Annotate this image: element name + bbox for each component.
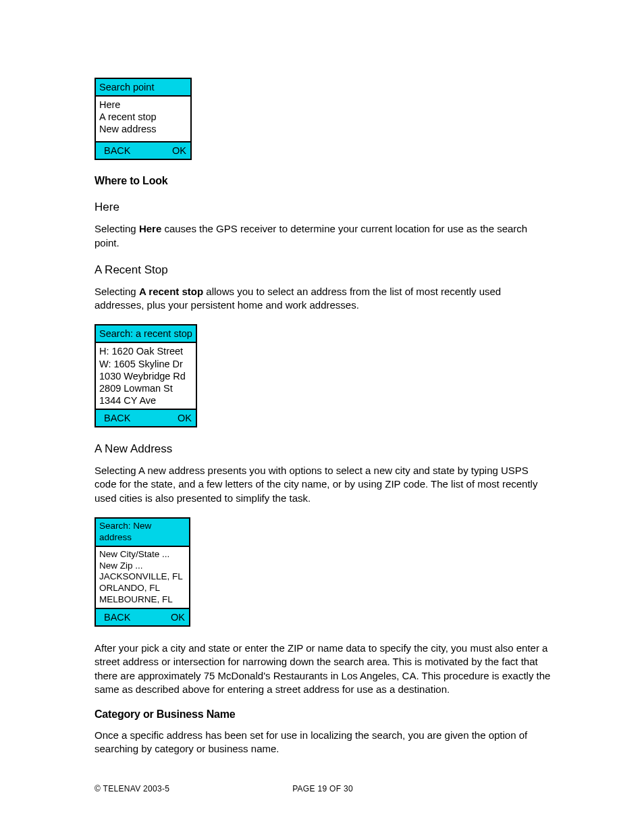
screen-title: Search: a recent stop [96, 325, 196, 343]
list-item[interactable]: New address [99, 123, 187, 135]
text-bold: Here [139, 223, 161, 234]
back-button[interactable]: BACK [104, 145, 131, 157]
ok-button[interactable]: OK [171, 611, 185, 623]
screen-body: New City/State ... New Zip ... JACKSONVI… [96, 547, 189, 608]
heading-category: Category or Business Name [95, 708, 551, 721]
list-item[interactable]: 1344 CY Ave [99, 394, 192, 407]
list-item[interactable]: New City/State ... [99, 549, 186, 561]
text-bold: A recent stop [139, 286, 203, 297]
paragraph: Selecting A recent stop allows you to se… [95, 285, 551, 313]
heading-where-to-look: Where to Look [95, 175, 551, 187]
ok-button[interactable]: OK [178, 412, 192, 424]
screen-title: Search point [96, 79, 190, 97]
screen-recent-stop: Search: a recent stop H: 1620 Oak Street… [95, 324, 197, 427]
paragraph: After your pick a city and state or ente… [95, 642, 551, 696]
list-item[interactable]: 1030 Weybridge Rd [99, 370, 192, 382]
paragraph: Selecting A new address presents you wit… [95, 464, 551, 505]
list-item[interactable]: MELBOURNE, FL [99, 594, 186, 606]
list-item[interactable]: New Zip ... [99, 561, 186, 572]
page: Search point Here A recent stop New addr… [0, 0, 644, 834]
list-item[interactable]: H: 1620 Oak Street [99, 345, 192, 357]
text: Selecting [95, 223, 139, 234]
list-item[interactable]: JACKSONVILLE, FL [99, 571, 186, 583]
page-number: PAGE 19 OF 30 [95, 784, 551, 793]
list-item[interactable]: A recent stop [99, 111, 187, 123]
screen-footer: BACK OK [96, 608, 189, 625]
list-item[interactable]: ORLANDO, FL [99, 583, 186, 594]
page-footer: © TELENAV 2003-5 PAGE 19 OF 30 [95, 784, 551, 793]
screen-new-address: Search: New address New City/State ... N… [95, 517, 190, 627]
subheading-recent-stop: A Recent Stop [95, 263, 551, 277]
back-button[interactable]: BACK [104, 412, 131, 424]
screen-body: Here A recent stop New address [96, 97, 190, 141]
subheading-here: Here [95, 201, 551, 214]
screen-body: H: 1620 Oak Street W: 1605 Skyline Dr 10… [96, 343, 196, 409]
text: Selecting [95, 286, 139, 297]
screen-footer: BACK OK [96, 409, 196, 426]
list-item[interactable]: Here [99, 99, 187, 111]
list-item[interactable]: 2809 Lowman St [99, 382, 192, 394]
back-button[interactable]: BACK [104, 611, 131, 623]
screen-search-point: Search point Here A recent stop New addr… [95, 78, 192, 160]
screen-title: Search: New address [96, 519, 189, 547]
screen-footer: BACK OK [96, 141, 190, 159]
list-item[interactable]: W: 1605 Skyline Dr [99, 358, 192, 370]
subheading-new-address: A New Address [95, 442, 551, 456]
paragraph: Once a specific address has been set for… [95, 729, 551, 756]
ok-button[interactable]: OK [172, 145, 186, 157]
paragraph: Selecting Here causes the GPS receiver t… [95, 222, 551, 250]
